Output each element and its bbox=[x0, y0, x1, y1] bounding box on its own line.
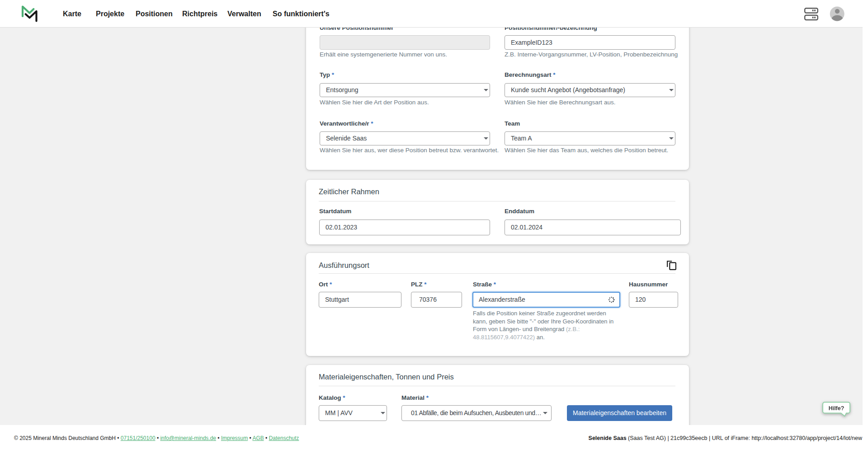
svg-text:Hilfe?: Hilfe? bbox=[829, 405, 844, 412]
